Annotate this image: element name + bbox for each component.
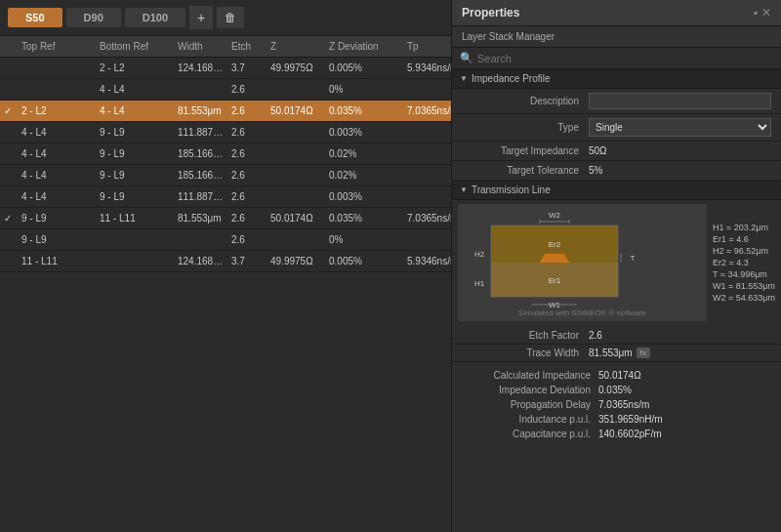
row-zdev: 0.02% — [325, 168, 403, 183]
row-bottom-ref: 9 - L9 — [96, 168, 174, 183]
svg-text:Er1: Er1 — [549, 276, 561, 285]
tab-d90[interactable]: D90 — [66, 8, 121, 27]
row-tp: 5.9346ns/m — [403, 61, 451, 75]
table-row[interactable]: 4 - L4 9 - L9 185.166μm 2.6 0.02% — [0, 143, 451, 165]
row-z: 49.9975Ω — [267, 254, 325, 268]
svg-text:H1: H1 — [474, 279, 485, 288]
close-icon[interactable]: ✕ — [761, 6, 771, 20]
table-row[interactable]: 4 - L4 9 - L9 185.166μm 2.6 0.02% — [0, 165, 451, 186]
note-w1: W1 = 81.553μm — [713, 281, 775, 291]
target-impedance-label: Target Impedance — [462, 145, 589, 156]
calc-propagation-row: Propagation Delay 7.0365ns/m — [452, 397, 781, 412]
row-top-ref — [18, 66, 96, 70]
type-label: Type — [462, 122, 589, 133]
impedance-profile-grid: Description Type Single Differential Tar… — [452, 89, 781, 181]
table-row[interactable]: 4 - L4 2.6 0% — [0, 79, 451, 101]
svg-text:H2: H2 — [474, 250, 485, 259]
calc-impedance-row: Calculated Impedance 50.0174Ω — [452, 368, 781, 383]
row-bottom-ref — [96, 238, 174, 242]
transmission-diagram: W2 H2 H1 Er2 Er1 W1 — [458, 204, 707, 321]
row-width: 124.168μm — [174, 61, 227, 75]
row-check — [0, 195, 18, 199]
row-top-ref: 4 - L4 — [18, 125, 96, 140]
table-row[interactable]: 4 - L4 9 - L9 111.887μm 2.6 0.003% — [0, 186, 451, 208]
row-top-ref: 4 - L4 — [18, 146, 96, 161]
trace-width-row: Trace Width 81.553μm fx — [452, 345, 781, 362]
etch-factor-row: Etch Factor 2.6 — [452, 327, 781, 345]
row-tp — [403, 152, 451, 156]
row-tp — [403, 88, 451, 92]
table-row[interactable]: 2 - L2 124.168μm 3.7 49.9975Ω 0.005% 5.9… — [0, 58, 451, 79]
etch-factor-value: 2.6 — [589, 330, 771, 341]
description-value — [589, 93, 771, 109]
row-zdev: 0% — [325, 82, 403, 97]
row-width: 185.166μm — [174, 168, 227, 183]
row-tp — [403, 131, 451, 135]
row-top-ref: 4 - L4 — [18, 168, 96, 183]
search-bar: 🔍 — [452, 48, 781, 69]
row-bottom-ref: 9 - L9 — [96, 189, 174, 204]
row-tp — [403, 174, 451, 178]
description-input[interactable] — [589, 93, 771, 109]
row-bottom-ref: 9 - L9 — [96, 146, 174, 161]
impedance-profile-section[interactable]: ▼ Impedance Profile — [452, 69, 781, 89]
transmission-line-section[interactable]: ▼ Transmission Line — [452, 181, 781, 200]
row-width — [174, 88, 227, 92]
panel-header: Properties ▪ ✕ — [452, 0, 781, 26]
row-z — [267, 238, 325, 242]
col-top-ref: Top Ref — [18, 39, 96, 54]
table-row[interactable]: 11 - L11 124.168μm 3.7 49.9975Ω 0.005% 5… — [0, 251, 451, 272]
trace-width-value: 81.553μm fx — [589, 348, 771, 358]
row-top-ref — [18, 88, 96, 92]
tab-bar: S50 D90 D100 + 🗑 — [0, 0, 451, 36]
tab-d100[interactable]: D100 — [125, 8, 185, 27]
calc-inductance-label: Inductance p.u.l. — [462, 414, 598, 425]
panel-title: Properties — [462, 6, 519, 20]
target-impedance-value: 50Ω — [589, 145, 771, 156]
tab-s50[interactable]: S50 — [8, 8, 62, 27]
row-check: ✓ — [0, 211, 18, 225]
delete-tab-button[interactable]: 🗑 — [217, 7, 244, 28]
row-tp: 7.0365ns/m — [403, 211, 451, 225]
type-select[interactable]: Single Differential — [589, 118, 771, 137]
row-etch: 2.6 — [227, 232, 267, 247]
transmission-line-label: Transmission Line — [472, 184, 551, 195]
fx-button[interactable]: fx — [637, 348, 650, 358]
row-zdev: 0.003% — [325, 189, 403, 204]
row-z — [267, 195, 325, 199]
calc-inductance-value: 351.9659nH/m — [598, 414, 663, 425]
row-zdev: 0.035% — [325, 103, 403, 118]
description-row: Description — [452, 89, 781, 114]
calc-section: Calculated Impedance 50.0174Ω Impedance … — [452, 366, 781, 443]
row-bottom-ref: 9 - L9 — [96, 125, 174, 140]
col-width: Width — [174, 39, 227, 54]
table-row[interactable]: 9 - L9 2.6 0% — [0, 229, 451, 251]
row-zdev: 0.005% — [325, 254, 403, 268]
etch-factor-label: Etch Factor — [462, 330, 589, 341]
collapse-icon: ▼ — [460, 185, 468, 194]
impedance-profile-label: Impedance Profile — [472, 73, 551, 84]
row-z — [267, 88, 325, 92]
search-input[interactable] — [477, 53, 773, 64]
add-tab-button[interactable]: + — [189, 6, 213, 29]
row-top-ref: 9 - L9 — [18, 211, 96, 225]
table-row-selected[interactable]: ✓ 2 - L2 4 - L4 81.553μm 2.6 50.0174Ω 0.… — [0, 101, 451, 122]
row-check — [0, 131, 18, 135]
calc-capacitance-value: 140.6602pF/m — [598, 429, 662, 439]
note-h2: H2 = 96.52μm — [713, 246, 775, 256]
note-h1: H1 = 203.2μm — [713, 223, 775, 232]
diagram-notes: H1 = 203.2μm Er1 = 4.6 H2 = 96.52μm Er2 … — [713, 204, 775, 321]
diagram-svg: W2 H2 H1 Er2 Er1 W1 — [462, 208, 657, 315]
search-icon: 🔍 — [460, 52, 473, 64]
description-label: Description — [462, 96, 589, 106]
row-bottom-ref — [96, 260, 174, 264]
table-row[interactable]: 4 - L4 9 - L9 111.887μm 2.6 0.003% — [0, 122, 451, 143]
row-etch: 2.6 — [227, 189, 267, 204]
row-zdev: 0.003% — [325, 125, 403, 140]
trace-width-text: 81.553μm — [589, 348, 633, 358]
etch-section: Etch Factor 2.6 Trace Width 81.553μm fx — [452, 323, 781, 366]
panel-header-icons: ▪ ✕ — [754, 6, 771, 20]
pin-icon[interactable]: ▪ — [754, 6, 758, 20]
table-row[interactable]: ✓ 9 - L9 11 - L11 81.553μm 2.6 50.0174Ω … — [0, 208, 451, 229]
trace-width-label: Trace Width — [462, 348, 589, 358]
